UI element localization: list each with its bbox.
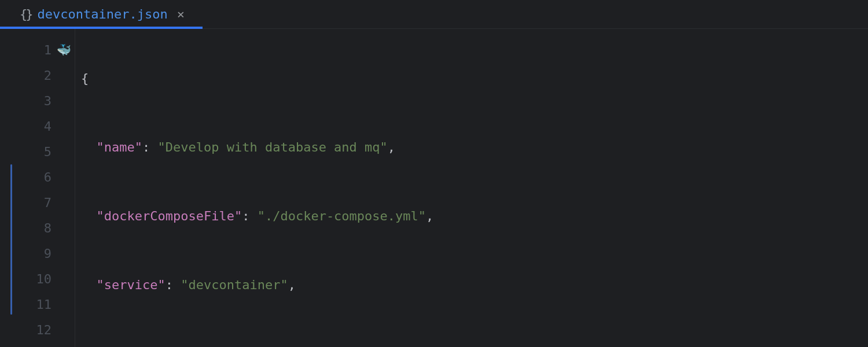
code-line: "service": "devcontainer", <box>81 272 480 298</box>
tab-devcontainer[interactable]: {} devcontainer.json × <box>12 0 193 28</box>
line-number[interactable]: 5 <box>0 139 75 164</box>
code-line: "name": "Develop with database and mq", <box>81 135 480 160</box>
docker-icon[interactable]: 🐳 <box>57 43 71 57</box>
line-number[interactable]: 2 <box>0 62 75 88</box>
code-line: "runServices": ["mongodb", "kafka", "cli… <box>81 341 480 347</box>
close-icon[interactable]: × <box>177 8 185 21</box>
tab-filename: devcontainer.json <box>38 7 168 21</box>
code-area[interactable]: { "name": "Develop with database and mq"… <box>75 29 480 347</box>
line-number[interactable]: 6 <box>0 164 75 190</box>
line-number[interactable]: 8 <box>0 215 75 241</box>
line-number[interactable]: 12 <box>0 317 75 342</box>
line-number[interactable]: 10 <box>0 266 75 291</box>
code-line: { <box>81 66 480 91</box>
editor[interactable]: 1 🐳 2 3 4 5 6 7 8 9 10 11 12 { "name": "… <box>0 29 868 347</box>
line-number[interactable]: 9 <box>0 241 75 266</box>
code-line: "dockerComposeFile": "./docker-compose.y… <box>81 204 480 229</box>
line-number[interactable]: 4 <box>0 113 75 139</box>
line-number[interactable]: 7 <box>0 190 75 215</box>
line-number[interactable]: 1 🐳 <box>0 37 75 62</box>
line-number[interactable]: 11 <box>0 291 75 317</box>
line-number[interactable]: 3 <box>0 88 75 113</box>
tab-bar: {} devcontainer.json × <box>0 0 868 29</box>
json-icon: {} <box>20 7 32 21</box>
gutter: 1 🐳 2 3 4 5 6 7 8 9 10 11 12 <box>0 29 75 347</box>
